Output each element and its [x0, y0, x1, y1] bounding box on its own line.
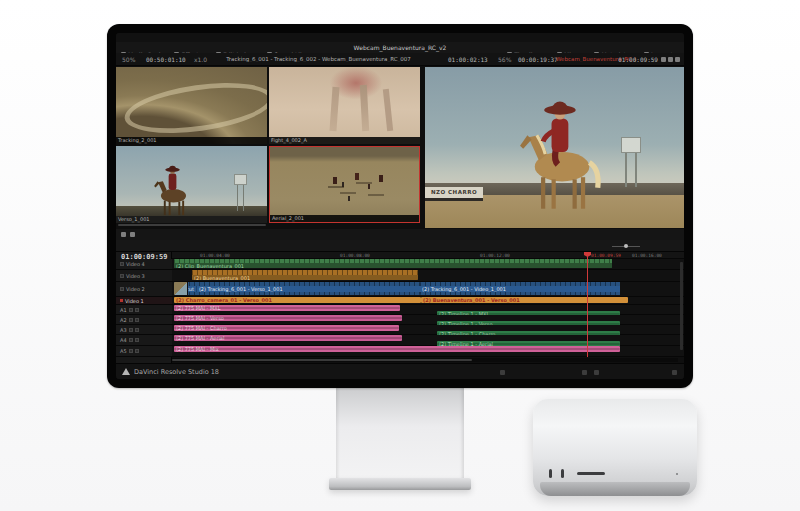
- lock-icon[interactable]: [120, 262, 124, 266]
- clip-label: (2) 775 MAI - Aerial: [174, 335, 402, 341]
- clip-v4[interactable]: (2) Clip_Buenaventura_001: [174, 259, 612, 268]
- rider-shadows: [328, 186, 344, 188]
- angle-label: Aerial_2_001: [270, 215, 419, 222]
- timeline-ruler[interactable]: 01:00:04:00 01:00:08:00 01:00:12:00 01:0…: [172, 252, 684, 259]
- track-lane-a2: (2) 775 MAI - Verso (2) Timeline 1 - Ver…: [172, 315, 684, 325]
- clip-a3-pink[interactable]: (2) 775 MAI - Charro: [174, 325, 399, 331]
- mute-icon[interactable]: [129, 338, 133, 342]
- watchtower-leg: [635, 153, 637, 187]
- track-header-a4[interactable]: A4: [116, 335, 172, 346]
- mute-icon[interactable]: [129, 328, 133, 332]
- source-speed: x1.0: [194, 56, 207, 63]
- resolve-app-window: Media Pool Effects Edit Index Sound Libr…: [116, 33, 684, 379]
- source-viewer-scrollbar[interactable]: [118, 224, 266, 226]
- track-lane-v3: (2) Buenaventura_001: [172, 270, 684, 282]
- solo-icon[interactable]: [135, 338, 139, 342]
- clip-filmstrip: [420, 292, 620, 295]
- auto-select-indicator[interactable]: [120, 299, 123, 302]
- source-zoom-select[interactable]: 50%: [122, 56, 135, 63]
- track-header-v3[interactable]: Video 3: [116, 270, 172, 282]
- timeline-viewer[interactable]: NZO CHARRO: [425, 67, 684, 228]
- multicam-angle-fight[interactable]: Fight_4_002_A: [269, 67, 420, 144]
- track-name: A4: [120, 337, 127, 343]
- clip-label: (2) 775 MAI - Verso: [174, 315, 402, 321]
- angle-label: Fight_4_002_A: [269, 137, 420, 144]
- edit-page-icon[interactable]: [582, 370, 587, 375]
- transport-bar: [116, 229, 684, 240]
- track-header-v1-selected[interactable]: Video 1: [116, 297, 172, 305]
- track-name: Video 2: [126, 286, 145, 292]
- media-page-icon[interactable]: [500, 370, 505, 375]
- viewer-info-bar: 50% 00:50:01:10 x1.0 Tracking_6_001 - Tr…: [116, 53, 684, 66]
- solo-icon[interactable]: [135, 308, 139, 312]
- track-header-a1[interactable]: A1: [116, 305, 172, 315]
- track-lane-v4: (2) Clip_Buenaventura_001: [172, 259, 684, 270]
- clip-a2-pink[interactable]: (2) 775 MAI - Verso: [174, 315, 402, 321]
- blackmagic-logo-icon: [122, 368, 130, 375]
- clip-v1-segment-1[interactable]: (2) Charro_camera_01 - Verso_001: [174, 297, 421, 303]
- clip-thumbnail: [174, 282, 187, 295]
- mute-icon[interactable]: [129, 349, 133, 353]
- app-version-label: DaVinci Resolve Studio 18: [134, 368, 219, 376]
- track-lane-v2: Fro_cut (2) Tracking_6_001 - Verso_1_001…: [172, 282, 684, 297]
- track-header-v2[interactable]: Video 2: [116, 282, 172, 297]
- track-header-a2[interactable]: A2: [116, 315, 172, 325]
- color-page-icon[interactable]: [594, 370, 599, 375]
- display-stand: [336, 382, 464, 481]
- multicam-angle-aerial-selected[interactable]: Aerial_2_001: [269, 146, 420, 223]
- timeline-view-options-icon[interactable]: [121, 232, 126, 237]
- clip-filmstrip: [174, 292, 420, 295]
- deliver-page-icon[interactable]: [672, 370, 677, 375]
- solo-icon[interactable]: [135, 349, 139, 353]
- lock-icon[interactable]: [120, 287, 124, 291]
- mute-icon[interactable]: [129, 308, 133, 312]
- rider-silhouette: [142, 160, 204, 218]
- ruler-label: 01:00:08:00: [340, 253, 370, 258]
- viewer-option-icon[interactable]: [675, 57, 680, 62]
- clip-a1-pink[interactable]: (2) 775 MAI - MXL: [174, 305, 400, 311]
- ruler-label: 01:00:12:00: [480, 253, 510, 258]
- watchtower-leg: [237, 185, 238, 211]
- display-stand-foot: [329, 478, 471, 490]
- watchtower-shape: [621, 137, 641, 153]
- solo-icon[interactable]: [135, 328, 139, 332]
- clip-v2-segment-1[interactable]: Fro_cut (2) Tracking_6_001 - Verso_1_001: [174, 282, 420, 295]
- viewer-option-icon[interactable]: [668, 57, 673, 62]
- timeline-zoom-select[interactable]: 56%: [498, 56, 511, 63]
- zoom-slider-handle[interactable]: [624, 244, 628, 248]
- flag-menu-icon[interactable]: [130, 232, 135, 237]
- track-lane-v1: (2) Charro_camera_01 - Verso_001 (2) Bue…: [172, 297, 684, 305]
- track-lane-a1: (2) 775 MAI - MXL (2) Timeline 1 - MXL: [172, 305, 684, 315]
- clip-v3[interactable]: (2) Buenaventura_001: [192, 270, 418, 280]
- timeline-vscrollbar[interactable]: [680, 262, 683, 350]
- playhead[interactable]: [587, 252, 588, 357]
- multicam-angle-tracking[interactable]: Tracking_2_001: [116, 67, 267, 144]
- clip-v1-segment-2[interactable]: (2) Buenaventura_001 - Verso_001: [421, 297, 628, 303]
- track-lane-a5: (2) 775 MAI - Mix: [172, 346, 684, 357]
- timeline-hscrollbar-thumb[interactable]: [172, 359, 472, 361]
- lock-icon[interactable]: [120, 274, 124, 278]
- track-header-a3[interactable]: A3: [116, 325, 172, 335]
- window-top-strip: [116, 33, 684, 42]
- mute-icon[interactable]: [129, 318, 133, 322]
- viewer-option-icon[interactable]: [661, 57, 666, 62]
- timeline-viewer-timecode[interactable]: 01:00:09:59: [618, 56, 658, 63]
- track-name: A1: [120, 307, 127, 313]
- timeline-viewer-timecode-in[interactable]: 01:00:02:13: [448, 56, 488, 63]
- ruler-label: 01:00:16:00: [632, 253, 662, 258]
- clip-v2-segment-2[interactable]: (2) Tracking_6_001 - Video_1_001: [420, 282, 620, 295]
- edit-tools-bar: [116, 240, 684, 252]
- track-header-a5[interactable]: A5: [116, 346, 172, 357]
- clip-a4-pink[interactable]: (2) 775 MAI - Aerial: [174, 335, 402, 341]
- playhead-label: 01:00:09:59: [591, 253, 621, 258]
- timeline-hscrollbar-track: [172, 358, 678, 362]
- watchtower-leg: [243, 185, 244, 211]
- track-header-v4[interactable]: Video 4: [116, 259, 172, 270]
- clip-label: (2) Buenaventura_001 - Verso_001: [421, 297, 628, 303]
- solo-icon[interactable]: [135, 318, 139, 322]
- multicam-angle-verso[interactable]: Verso_1_001: [116, 146, 267, 223]
- source-timecode[interactable]: 00:50:01:10: [146, 56, 186, 63]
- riders-overhead-shapes: [333, 177, 337, 184]
- clip-a5-pink[interactable]: (2) 775 MAI - Mix: [174, 346, 620, 352]
- usb-c-port-icon: [549, 469, 552, 478]
